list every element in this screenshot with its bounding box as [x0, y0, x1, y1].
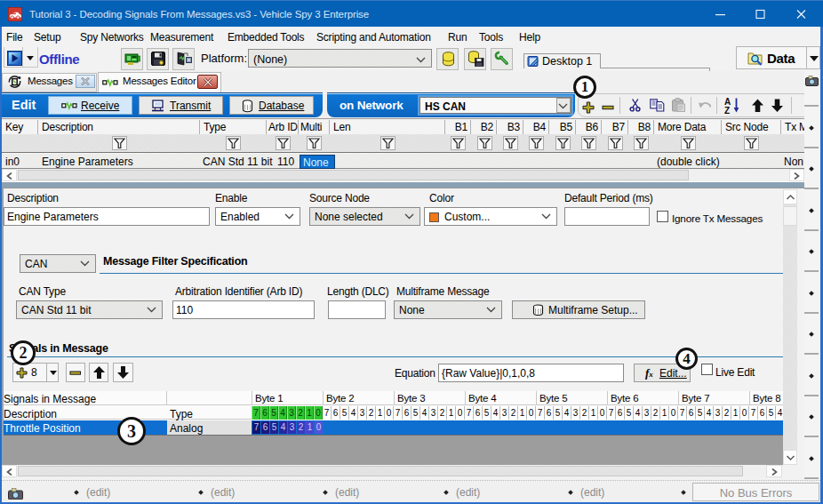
svg-text:Z: Z — [724, 106, 730, 115]
